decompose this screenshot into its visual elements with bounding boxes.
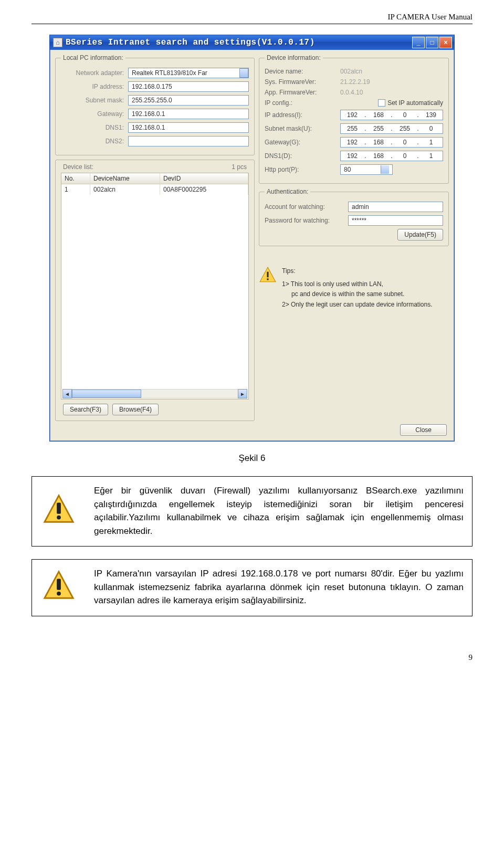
dev-subnet-label: Subnet mask(U):: [265, 125, 340, 132]
tips-line1: 1> This tool is only used within LAN,: [282, 279, 433, 289]
dev-subnet-input[interactable]: 255. 255. 255. 0: [340, 123, 443, 134]
auth-legend: Authentication:: [265, 188, 310, 195]
device-info-group: Device information: Device name: 002alcn…: [259, 54, 449, 184]
tips-line2: pc and device is within the same subnet.: [282, 289, 433, 299]
appfw-label: App. FirmwareVer:: [265, 89, 340, 96]
device-count: 1 pcs: [232, 163, 247, 171]
titlebar[interactable]: ⌂ BSeries Intranet search and settings(V…: [50, 35, 454, 50]
page-number: 9: [32, 653, 472, 662]
warning-triangle-icon: [43, 519, 75, 528]
dev-http-label: Http port(P):: [265, 166, 340, 173]
svg-rect-7: [57, 579, 61, 590]
local-pc-group: Local PC information: Network adapter: R…: [55, 54, 255, 155]
ip-label: IP address:: [61, 83, 128, 90]
col-no[interactable]: No.: [61, 173, 90, 184]
device-list-group: Device list: 1 pcs No. DeviceName DevID …: [55, 160, 255, 421]
account-input[interactable]: admin: [348, 202, 443, 212]
col-id[interactable]: DevID: [160, 173, 248, 184]
dns2-input[interactable]: [128, 136, 249, 146]
tips-heading: Tips:: [282, 266, 433, 276]
svg-rect-4: [57, 502, 61, 513]
devname-value: 002alcn: [340, 68, 362, 75]
scroll-thumb[interactable]: [72, 390, 141, 398]
appfw-value: 0.0.4.10: [340, 89, 363, 96]
dns1-input[interactable]: 192.168.0.1: [128, 122, 249, 133]
dev-dns1-input[interactable]: 192. 168. 0. 1: [340, 151, 443, 161]
svg-rect-2: [267, 278, 268, 280]
scroll-track[interactable]: [72, 389, 238, 398]
maximize-button[interactable]: □: [426, 37, 438, 48]
browse-button[interactable]: Browse(F4): [112, 404, 159, 415]
subnet-label: Subnet mask:: [61, 97, 128, 104]
warning-text-2: IP Kamera'nın varsayılan IP adresi 192.1…: [94, 567, 464, 607]
search-button[interactable]: Search(F3): [63, 404, 108, 415]
scroll-left-icon[interactable]: ◄: [62, 389, 72, 398]
scroll-right-icon[interactable]: ►: [238, 389, 247, 398]
warning-text-1: Eğer bir güvenlik duvarı (Firewall) yazı…: [94, 484, 464, 538]
close-button[interactable]: ×: [439, 37, 452, 48]
warning-icon: [259, 266, 277, 284]
device-list-legend: Device list:: [63, 163, 93, 171]
page-header: IP CAMERA User Manual: [32, 13, 472, 24]
auth-group: Authentication: Account for watching: ad…: [259, 188, 449, 246]
ip-input[interactable]: 192.168.0.175: [128, 81, 249, 92]
sysfw-label: Sys. FirmwareVer:: [265, 78, 340, 86]
device-table[interactable]: No. DeviceName DevID 1 002alcn 00A8F0002…: [61, 173, 249, 400]
svg-point-8: [57, 592, 61, 596]
device-info-legend: Device information:: [265, 54, 323, 61]
app-window: ⌂ BSeries Intranet search and settings(V…: [49, 35, 455, 442]
dev-ip-input[interactable]: 192. 168. 0. 139: [340, 110, 443, 120]
svg-point-5: [57, 516, 61, 520]
dns1-label: DNS1:: [61, 124, 128, 131]
dev-gateway-input[interactable]: 192. 168. 0. 1: [340, 137, 443, 148]
dns2-label: DNS2:: [61, 138, 128, 145]
http-port-input[interactable]: 80: [340, 164, 393, 175]
close-app-button[interactable]: Close: [400, 424, 447, 436]
warning-box-2: IP Kamera'nın varsayılan IP adresi 192.1…: [32, 559, 472, 616]
dev-dns1-label: DNS1(D):: [265, 152, 340, 160]
dev-gateway-label: Gateway(G):: [265, 139, 340, 146]
setauto-checkbox[interactable]: Set IP automatically: [378, 99, 443, 107]
checkbox-icon: [378, 99, 385, 107]
adapter-select[interactable]: Realtek RTL8139/810x Far: [128, 68, 249, 78]
svg-rect-1: [267, 272, 268, 278]
account-label: Account for watching:: [265, 203, 348, 211]
window-title: BSeries Intranet search and settings(V1.…: [66, 38, 411, 47]
tips-group: Tips: 1> This tool is only used within L…: [259, 266, 449, 310]
subnet-input[interactable]: 255.255.255.0: [128, 95, 249, 106]
warning-triangle-icon: [43, 595, 75, 604]
devname-label: Device name:: [265, 68, 340, 75]
col-name[interactable]: DeviceName: [90, 173, 160, 184]
password-label: Password for watching:: [265, 217, 348, 224]
gateway-label: Gateway:: [61, 110, 128, 118]
local-pc-legend: Local PC information:: [61, 54, 125, 61]
warning-box-1: Eğer bir güvenlik duvarı (Firewall) yazı…: [32, 476, 472, 547]
minimize-button[interactable]: _: [412, 37, 425, 48]
sysfw-value: 21.22.2.19: [340, 78, 370, 86]
h-scrollbar[interactable]: ◄ ►: [62, 390, 247, 398]
ipcfg-label: IP config.:: [265, 99, 340, 107]
update-button[interactable]: Update(F5): [397, 229, 443, 240]
figure-caption: Şekil 6: [32, 453, 472, 464]
gateway-input[interactable]: 192.168.0.1: [128, 109, 249, 119]
adapter-label: Network adapter:: [61, 69, 128, 77]
app-icon: ⌂: [53, 38, 62, 47]
tips-line3: 2> Only the legit user can update device…: [282, 300, 433, 310]
dev-ip-label: IP address(I):: [265, 111, 340, 119]
password-input[interactable]: ******: [348, 215, 443, 226]
table-row[interactable]: 1 002alcn 00A8F0002295: [61, 184, 248, 195]
